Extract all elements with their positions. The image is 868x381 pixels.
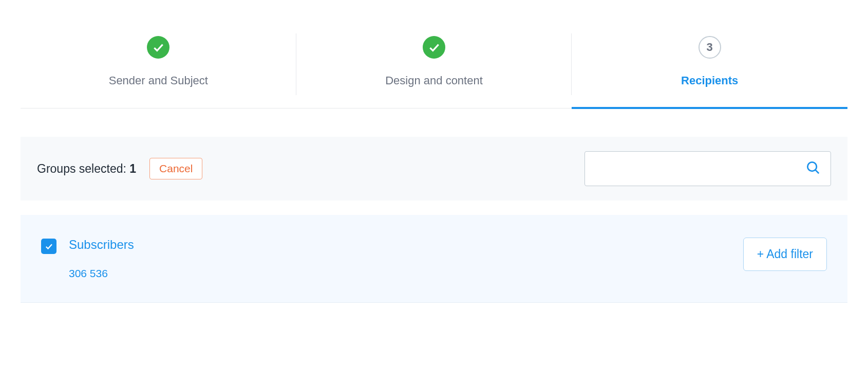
step-number-icon: 3 [699, 36, 721, 59]
step-label: Sender and Subject [109, 74, 208, 87]
check-icon [423, 36, 445, 59]
stepper: Sender and Subject Design and content 3 … [21, 21, 847, 108]
group-name[interactable]: Subscribers [69, 238, 134, 252]
search-input[interactable] [584, 151, 831, 186]
group-row: Subscribers 306 536 + Add filter [21, 215, 847, 303]
group-count: 306 536 [69, 267, 134, 280]
step-sender-subject[interactable]: Sender and Subject [21, 21, 296, 108]
step-label: Design and content [385, 74, 483, 87]
groups-selected-text: Groups selected: 1 [37, 162, 136, 176]
step-design-content[interactable]: Design and content [296, 21, 572, 108]
add-filter-button[interactable]: + Add filter [743, 238, 827, 271]
check-icon [147, 36, 169, 59]
step-label: Recipients [681, 74, 738, 87]
step-recipients[interactable]: 3 Recipients [572, 21, 847, 108]
group-checkbox[interactable] [41, 239, 56, 254]
selection-bar: Groups selected: 1 Cancel [21, 137, 847, 201]
cancel-button[interactable]: Cancel [149, 158, 202, 179]
